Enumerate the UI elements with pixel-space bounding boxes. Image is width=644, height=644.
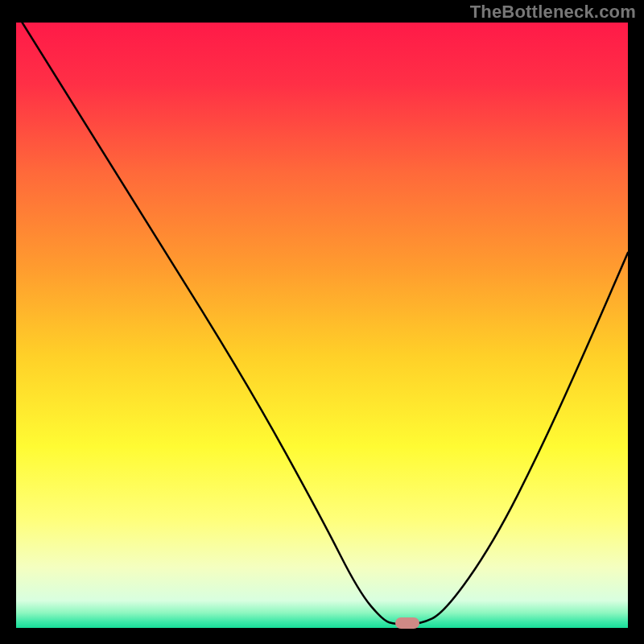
optimal-marker [395, 617, 419, 629]
bottleneck-curve [16, 23, 628, 628]
watermark-text: TheBottleneck.com [470, 2, 636, 23]
chart-frame: TheBottleneck.com [0, 0, 644, 644]
plot-area [16, 23, 628, 628]
